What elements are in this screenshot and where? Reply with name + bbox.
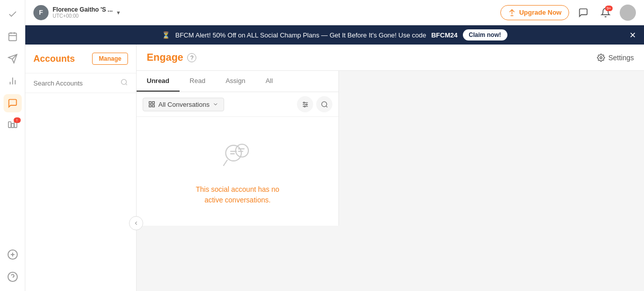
tab-unread[interactable]: Unread [137, 71, 180, 92]
search-icon [120, 78, 128, 88]
accounts-panel: Accounts Manage [25, 45, 137, 291]
engage-header: Engage ? Settings [137, 45, 644, 71]
search-conversations-button[interactable] [316, 96, 332, 112]
svg-point-32 [226, 145, 241, 161]
sidebar-item-help[interactable] [4, 268, 22, 286]
svg-rect-23 [152, 105, 154, 107]
conversations-dropdown-label: All Conversations [158, 101, 209, 108]
notifications-icon-button[interactable]: 9+ [597, 5, 614, 21]
svg-point-29 [304, 106, 306, 107]
svg-rect-21 [152, 102, 154, 104]
topbar: F Florence Gaitho 'S ... UTC+00:00 ▾ Upg… [25, 0, 644, 25]
svg-rect-9 [8, 122, 11, 128]
sidebar-nav: ! [0, 0, 25, 291]
svg-rect-0 [9, 33, 16, 40]
engage-title: Engage [147, 52, 183, 63]
accounts-header: Accounts Manage [25, 45, 136, 73]
tab-read[interactable]: Read [180, 71, 216, 92]
engage-sub-panel: Unread Read Assign All All Conver [137, 71, 339, 226]
main-area: F Florence Gaitho 'S ... UTC+00:00 ▾ Upg… [25, 0, 644, 291]
svg-rect-10 [11, 123, 14, 128]
sidebar-item-compose[interactable] [4, 50, 22, 68]
settings-link[interactable]: Settings [597, 54, 634, 62]
alert-banner: ⏳ BFCM Alert! 50% Off on ALL Social Cham… [25, 25, 644, 45]
tab-assign[interactable]: Assign [216, 71, 255, 92]
tab-all[interactable]: All [255, 71, 283, 92]
empty-state-line1: This social account has no [196, 185, 279, 193]
engage-title-group: Engage ? [147, 52, 196, 63]
empty-state-text: This social account has no active conver… [196, 184, 279, 205]
search-accounts-bar [25, 73, 136, 93]
help-icon[interactable]: ? [187, 53, 196, 62]
svg-point-19 [600, 57, 602, 59]
empty-conversations-icon [220, 137, 255, 178]
svg-point-30 [321, 101, 326, 106]
sidebar-item-listening[interactable]: ! [4, 116, 22, 135]
svg-point-27 [303, 102, 305, 103]
svg-point-17 [121, 79, 126, 85]
empty-state-line2: active conversations. [204, 196, 271, 204]
svg-point-33 [235, 144, 248, 157]
alert-icon: ⏳ [162, 31, 170, 39]
account-avatar: F [33, 5, 49, 20]
svg-line-31 [326, 106, 327, 107]
tabs-bar: Unread Read Assign All [137, 71, 338, 92]
account-name: Florence Gaitho 'S ... [53, 6, 113, 13]
filter-icons [297, 96, 332, 112]
claim-button[interactable]: Claim now! [463, 29, 507, 40]
engage-panel: Engage ? Settings Unread Read Assig [137, 45, 644, 291]
upgrade-button[interactable]: Upgrade Now [500, 5, 569, 20]
listening-badge: ! [14, 117, 21, 123]
svg-point-28 [306, 104, 307, 105]
accounts-title: Accounts [33, 54, 75, 64]
upgrade-label: Upgrade Now [519, 9, 562, 16]
content-area: Accounts Manage [25, 45, 644, 291]
filter-bar: All Conversations [137, 92, 338, 117]
collapse-panel-button[interactable] [129, 216, 143, 230]
notifications-badge: 9+ [605, 6, 613, 11]
close-alert-button[interactable]: ✕ [629, 30, 636, 40]
sidebar-item-engage[interactable] [4, 94, 22, 112]
svg-line-18 [125, 84, 127, 85]
account-selector[interactable]: F Florence Gaitho 'S ... UTC+00:00 ▾ [33, 5, 120, 20]
settings-label: Settings [608, 54, 634, 62]
conversations-dropdown[interactable]: All Conversations [143, 98, 224, 111]
empty-state: This social account has no active conver… [137, 117, 338, 226]
filter-settings-button[interactable] [297, 96, 313, 112]
sidebar-item-dashboard[interactable] [4, 5, 22, 23]
sidebar-item-calendar[interactable] [4, 27, 22, 46]
account-info: Florence Gaitho 'S ... UTC+00:00 [53, 6, 113, 19]
alert-message: BFCM Alert! 50% Off on ALL Social Champ … [175, 31, 426, 39]
svg-rect-22 [149, 105, 151, 107]
alert-code: BFCM24 [431, 31, 457, 39]
sidebar-item-add[interactable] [4, 245, 22, 264]
sidebar-item-analytics[interactable] [4, 72, 22, 90]
svg-rect-20 [149, 102, 151, 104]
messages-icon-button[interactable] [575, 5, 591, 21]
chevron-down-icon: ▾ [117, 9, 120, 16]
sidebar-bottom [4, 245, 22, 286]
user-avatar[interactable] [620, 5, 636, 21]
manage-button[interactable]: Manage [92, 53, 128, 65]
search-accounts-input[interactable] [33, 79, 120, 87]
account-timezone: UTC+00:00 [53, 13, 113, 19]
